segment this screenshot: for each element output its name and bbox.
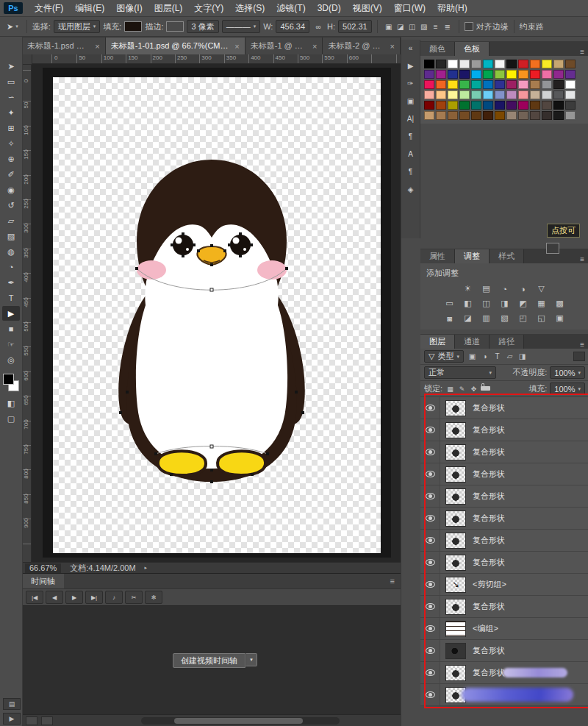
stroke-color-swatch[interactable] xyxy=(166,21,184,32)
color-swatch[interactable] xyxy=(530,80,540,89)
color-swatch[interactable] xyxy=(471,60,481,68)
document-tab[interactable]: 未标题-1.psd @ ... × xyxy=(22,38,106,54)
status-options-icon[interactable]: ▸ xyxy=(145,565,148,571)
gradient-tool[interactable]: ▨ xyxy=(2,229,20,243)
mini-bridge-button[interactable]: ▤ xyxy=(3,698,21,710)
color-swatch[interactable] xyxy=(459,101,470,110)
filter-type-layers-icon[interactable]: T xyxy=(492,351,503,362)
character-styles-panel-icon[interactable]: A xyxy=(404,149,417,160)
visibility-toggle[interactable] xyxy=(420,530,440,551)
color-swatch[interactable] xyxy=(542,111,552,120)
color-swatch[interactable] xyxy=(424,60,434,68)
color-swatch[interactable] xyxy=(518,90,528,99)
menu-item[interactable]: 3D(D) xyxy=(312,0,347,16)
crop-tool[interactable]: ⊞ xyxy=(2,121,20,135)
lock-transparency-icon[interactable]: ▦ xyxy=(445,383,455,394)
info-panel-icon[interactable]: ◈ xyxy=(404,184,417,195)
visibility-toggle[interactable] xyxy=(420,574,440,595)
color-swatch[interactable] xyxy=(530,101,540,110)
lasso-tool[interactable]: ∽ xyxy=(2,90,20,104)
layer-row[interactable]: 复合形状 xyxy=(420,419,588,441)
visibility-toggle[interactable] xyxy=(420,662,440,683)
visibility-toggle[interactable] xyxy=(420,552,440,573)
lock-pixels-icon[interactable]: ✎ xyxy=(457,383,467,394)
visibility-toggle[interactable] xyxy=(420,640,440,661)
screen-mode-button[interactable]: ▢ xyxy=(2,411,20,426)
exposure-icon[interactable]: ◑ xyxy=(517,283,529,294)
document-tab[interactable]: 未标题-2 @ 10... × xyxy=(323,38,401,54)
color-swatch[interactable] xyxy=(436,80,446,89)
color-swatch[interactable] xyxy=(565,111,576,120)
layer-name[interactable]: <剪切组> xyxy=(473,579,506,590)
timeline-zoom-out-icon[interactable] xyxy=(26,716,37,725)
panel-menu-icon[interactable]: ≡ xyxy=(580,341,584,349)
foreground-color-swatch[interactable] xyxy=(3,374,14,385)
panel-tab[interactable]: 样式 xyxy=(490,249,524,263)
threshold-icon[interactable]: ◪ xyxy=(462,313,474,324)
layer-row[interactable]: 复合形状 xyxy=(420,640,588,662)
layer-name[interactable]: 复合形状 xyxy=(473,557,505,568)
visibility-toggle[interactable] xyxy=(420,684,440,705)
timeline-settings-button[interactable]: ✻ xyxy=(145,591,162,604)
panel-tab[interactable]: 色板 xyxy=(455,42,490,56)
extra-adjust-icon[interactable]: ▣ xyxy=(553,313,566,324)
color-swatch[interactable] xyxy=(483,60,493,68)
levels-icon[interactable]: ▤ xyxy=(480,283,492,294)
color-swatch[interactable] xyxy=(483,90,493,99)
layer-row[interactable]: 复合形状 xyxy=(420,596,588,618)
panel-menu-icon[interactable]: ≡ xyxy=(390,577,395,586)
panel-tab[interactable]: 路径 xyxy=(490,335,524,349)
color-swatch[interactable] xyxy=(495,60,505,68)
layer-thumbnail[interactable] xyxy=(445,488,466,505)
mute-button[interactable]: ♪ xyxy=(105,591,123,604)
layer-thumbnail[interactable] xyxy=(445,510,466,527)
layer-row[interactable]: 复合形 xyxy=(420,684,588,706)
close-tab-icon[interactable]: × xyxy=(312,42,317,51)
color-swatch[interactable] xyxy=(424,70,434,79)
color-swatch[interactable] xyxy=(553,60,564,68)
filter-adjustment-layers-icon[interactable]: ◑ xyxy=(479,351,490,362)
panel-tab[interactable]: 通道 xyxy=(455,335,490,349)
color-swatch[interactable] xyxy=(424,101,434,110)
color-swatch[interactable] xyxy=(495,90,505,99)
menu-item[interactable]: 滤镜(T) xyxy=(270,0,311,16)
layer-thumbnail[interactable] xyxy=(445,444,466,460)
layer-name[interactable]: 复合形状 xyxy=(473,535,505,546)
zoom-tool[interactable]: ◎ xyxy=(2,352,20,367)
color-swatch[interactable] xyxy=(506,60,517,68)
color-lookup-icon[interactable]: ▦ xyxy=(535,298,548,309)
photo-filter-icon[interactable]: ◨ xyxy=(498,298,511,309)
color-swatch[interactable] xyxy=(424,90,434,99)
select-mode-dropdown[interactable]: 现用图层 ▾ xyxy=(54,20,101,33)
layer-name[interactable]: 复合形状 xyxy=(473,667,505,678)
create-video-timeline-button[interactable]: 创建视频时间轴 xyxy=(173,653,245,668)
color-swatch[interactable] xyxy=(565,80,576,89)
stroke-style-dropdown[interactable]: ——— ▾ xyxy=(222,20,261,33)
color-swatch[interactable] xyxy=(495,111,505,120)
color-swatch[interactable] xyxy=(542,60,552,68)
layer-name[interactable]: 复合形状 xyxy=(473,645,505,656)
hand-tool[interactable]: ☞ xyxy=(2,337,20,352)
close-tab-icon[interactable]: × xyxy=(95,42,99,51)
intersect-shape-icon[interactable]: ◫ xyxy=(406,21,418,32)
color-swatch[interactable] xyxy=(436,60,446,68)
expand-panels-icon[interactable]: « xyxy=(404,43,417,54)
color-swatch[interactable] xyxy=(542,101,552,110)
color-swatch[interactable] xyxy=(518,80,528,89)
timeline-scrollbar[interactable] xyxy=(141,717,340,725)
blend-mode-dropdown[interactable]: 正常 ▾ xyxy=(424,366,496,379)
color-swatch[interactable] xyxy=(553,70,564,79)
marquee-tool[interactable]: ▭ xyxy=(2,74,20,89)
filter-pixel-layers-icon[interactable]: ▣ xyxy=(467,351,478,362)
visibility-toggle[interactable] xyxy=(420,485,440,507)
color-swatch[interactable] xyxy=(565,60,576,68)
visibility-toggle[interactable] xyxy=(420,441,440,463)
layer-name[interactable]: <编组> xyxy=(473,623,498,634)
visibility-toggle[interactable] xyxy=(420,419,440,441)
color-swatch[interactable] xyxy=(483,80,493,89)
layer-thumbnail[interactable] xyxy=(445,621,466,637)
color-swatch[interactable] xyxy=(530,111,540,120)
menu-item[interactable]: 编辑(E) xyxy=(69,0,110,16)
fill-color-swatch[interactable] xyxy=(124,21,142,32)
visibility-toggle[interactable] xyxy=(420,596,440,617)
